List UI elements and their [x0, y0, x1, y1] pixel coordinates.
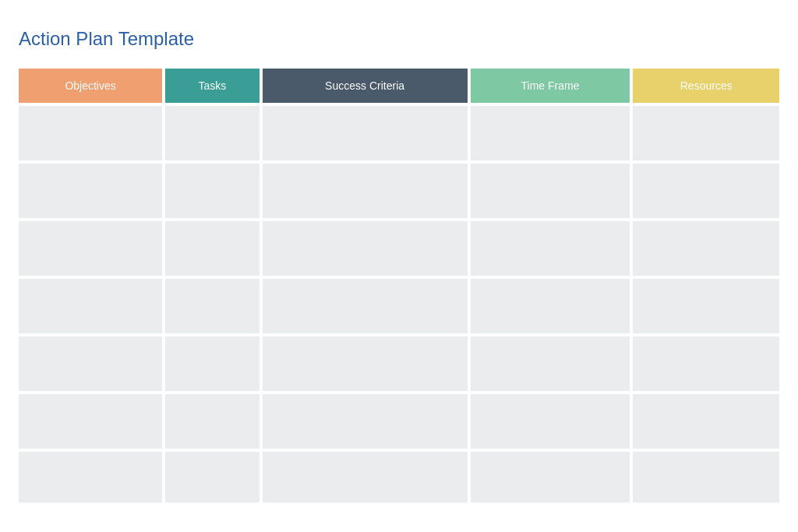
cell-tasks-0[interactable]	[165, 106, 259, 160]
cell-objectives-2[interactable]	[19, 221, 162, 276]
cell-success-criteria-3[interactable]	[263, 279, 468, 333]
cell-time-frame-0[interactable]	[471, 106, 630, 160]
cell-success-criteria-5[interactable]	[263, 394, 468, 449]
cell-success-criteria-0[interactable]	[263, 106, 468, 160]
cell-time-frame-4[interactable]	[471, 336, 630, 391]
cell-objectives-4[interactable]	[19, 336, 162, 391]
cell-resources-3[interactable]	[633, 279, 779, 333]
header-time-frame: Time Frame	[471, 69, 630, 103]
cell-tasks-1[interactable]	[165, 164, 259, 218]
page-title: Action Plan Template	[16, 28, 782, 50]
cell-tasks-3[interactable]	[165, 279, 259, 333]
cell-resources-4[interactable]	[633, 336, 779, 391]
cell-time-frame-5[interactable]	[471, 394, 630, 449]
cell-tasks-6[interactable]	[165, 452, 259, 502]
table-row	[19, 336, 779, 391]
cell-resources-1[interactable]	[633, 164, 779, 218]
cell-objectives-5[interactable]	[19, 394, 162, 449]
cell-objectives-0[interactable]	[19, 106, 162, 160]
cell-resources-5[interactable]	[633, 394, 779, 449]
cell-time-frame-6[interactable]	[471, 452, 630, 502]
table-row	[19, 221, 779, 276]
header-tasks: Tasks	[165, 69, 259, 103]
header-objectives: Objectives	[19, 69, 162, 103]
header-resources: Resources	[633, 69, 779, 103]
action-plan-table: ObjectivesTasksSuccess CriteriaTime Fram…	[16, 65, 782, 506]
cell-time-frame-1[interactable]	[471, 164, 630, 218]
cell-time-frame-3[interactable]	[471, 279, 630, 333]
cell-tasks-4[interactable]	[165, 336, 259, 391]
cell-objectives-1[interactable]	[19, 164, 162, 218]
cell-time-frame-2[interactable]	[471, 221, 630, 276]
table-row	[19, 106, 779, 160]
cell-objectives-3[interactable]	[19, 279, 162, 333]
table-row	[19, 394, 779, 449]
cell-success-criteria-2[interactable]	[263, 221, 468, 276]
cell-success-criteria-1[interactable]	[263, 164, 468, 218]
cell-resources-6[interactable]	[633, 452, 779, 502]
cell-objectives-6[interactable]	[19, 452, 162, 502]
cell-success-criteria-4[interactable]	[263, 336, 468, 391]
cell-tasks-2[interactable]	[165, 221, 259, 276]
table-row	[19, 279, 779, 333]
page-container: Action Plan Template ObjectivesTasksSucc…	[16, 16, 782, 518]
header-success-criteria: Success Criteria	[263, 69, 468, 103]
cell-success-criteria-6[interactable]	[263, 452, 468, 502]
cell-resources-0[interactable]	[633, 106, 779, 160]
cell-resources-2[interactable]	[633, 221, 779, 276]
table-row	[19, 452, 779, 502]
cell-tasks-5[interactable]	[165, 394, 259, 449]
table-row	[19, 164, 779, 218]
